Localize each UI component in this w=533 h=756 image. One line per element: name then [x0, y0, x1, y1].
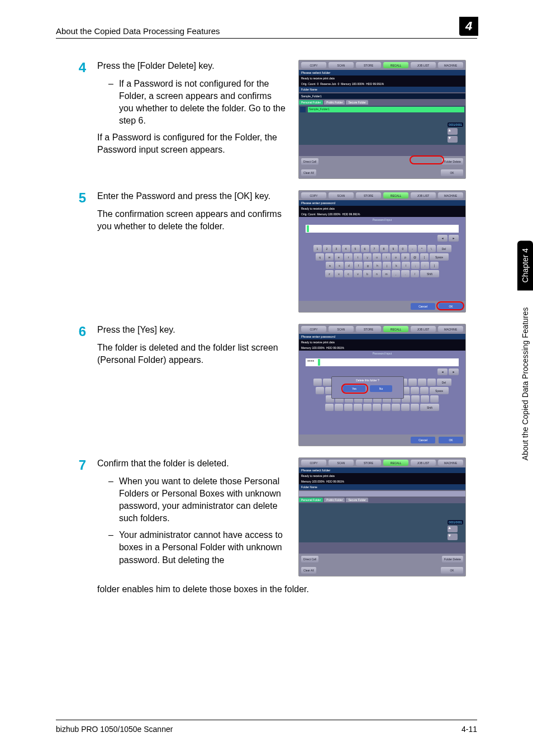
clear-all-button[interactable]: Clear All: [301, 567, 316, 574]
highlight-yes: [341, 384, 368, 394]
kb-key[interactable]: j: [383, 262, 391, 269]
password-field[interactable]: ****: [306, 358, 459, 366]
direct-call-button[interactable]: Direct Call: [301, 556, 318, 563]
cancel-button[interactable]: Cancel: [411, 303, 435, 310]
ok-button[interactable]: OK: [441, 169, 463, 176]
kb-key[interactable]: l: [402, 262, 410, 269]
secure-folder-tab[interactable]: Secure Folder: [346, 100, 368, 105]
kb-key[interactable]: ;: [411, 262, 420, 269]
kb-key[interactable]: s: [335, 262, 344, 269]
footer-page: 4-11: [461, 725, 477, 734]
kb-key[interactable]: n: [373, 270, 381, 277]
public-folder-tab[interactable]: Public Folder: [324, 498, 345, 502]
kb-key[interactable]: ]: [430, 262, 439, 269]
kb-key[interactable]: -: [408, 245, 417, 252]
ready-text: Ready to receive print data: [301, 77, 335, 80]
secure-folder-tab[interactable]: Secure Folder: [346, 498, 368, 502]
kb-key[interactable]: ^: [418, 245, 426, 252]
footer-product: bizhub PRO 1050/1050e Scanner: [56, 725, 173, 734]
direct-call-button[interactable]: Direct Call: [301, 158, 318, 165]
kb-shift[interactable]: Shift: [420, 270, 439, 277]
kb-key[interactable]: :: [421, 262, 429, 269]
scroll-up-button[interactable]: ▲: [448, 128, 458, 135]
header-title: About the Copied Data Processing Feature…: [56, 26, 220, 36]
public-folder-tab[interactable]: Public Folder: [324, 100, 345, 105]
kb-key[interactable]: q: [316, 253, 324, 261]
kb-key[interactable]: t: [354, 253, 362, 261]
cursor-left-button[interactable]: ◄: [437, 368, 448, 375]
kb-key[interactable]: z: [325, 270, 334, 277]
no-button[interactable]: No: [370, 385, 392, 392]
step6-tail: The folder is deleted and the folder lis…: [97, 342, 287, 366]
kb-key[interactable]: v: [354, 270, 362, 277]
step-number: 7: [56, 457, 89, 577]
step-number: 5: [56, 190, 89, 313]
folder-list-item[interactable]: Sample_Folder1: [308, 107, 464, 112]
tab-scan[interactable]: SCAN: [329, 62, 354, 68]
kb-key[interactable]: 3: [332, 245, 341, 252]
highlight-ok: [436, 301, 464, 310]
cursor-right-button[interactable]: ►: [449, 368, 459, 375]
tab-store[interactable]: STORE: [356, 62, 381, 68]
ok-button[interactable]: OK: [441, 567, 463, 574]
kb-key[interactable]: .: [401, 270, 410, 277]
folder-delete-button[interactable]: Folder Delete: [442, 556, 463, 563]
folder-delete-button[interactable]: Folder Delete: [442, 158, 463, 165]
kb-key[interactable]: @: [411, 253, 419, 261]
personal-folder-tab[interactable]: Personal Folder: [299, 100, 323, 105]
kb-space[interactable]: Space: [430, 253, 449, 261]
kb-key[interactable]: 6: [361, 245, 369, 252]
kb-key[interactable]: /: [411, 270, 419, 277]
kb-key[interactable]: 1: [313, 245, 322, 252]
kb-key[interactable]: \: [427, 245, 436, 252]
kb-key[interactable]: 7: [370, 245, 379, 252]
screen-title: Please select folder: [299, 70, 465, 75]
kb-key[interactable]: w: [325, 253, 334, 261]
tab-joblist[interactable]: JOB LIST: [411, 62, 436, 68]
cursor-left-button[interactable]: ◄: [437, 235, 448, 242]
step-number: 4: [56, 60, 89, 179]
tab-recall[interactable]: RECALL: [383, 62, 408, 68]
password-field[interactable]: [306, 225, 459, 233]
kb-key[interactable]: 2: [323, 245, 331, 252]
scroll-down-button[interactable]: ▼: [448, 136, 458, 143]
kb-key[interactable]: m: [382, 270, 391, 277]
kb-key[interactable]: [: [420, 253, 429, 261]
scroll-up-button[interactable]: ▲: [448, 526, 458, 532]
kb-key[interactable]: r: [344, 253, 353, 261]
kb-key[interactable]: g: [364, 262, 372, 269]
ok-button[interactable]: OK: [439, 437, 463, 443]
kb-key[interactable]: e: [335, 253, 343, 261]
cursor-right-button[interactable]: ►: [449, 235, 459, 242]
kb-key[interactable]: y: [363, 253, 372, 261]
kb-key[interactable]: 4: [342, 245, 350, 252]
kb-key[interactable]: 5: [351, 245, 360, 252]
step-number: 6: [56, 324, 89, 446]
kb-key[interactable]: i: [382, 253, 391, 261]
kb-key[interactable]: 0: [399, 245, 407, 252]
kb-key[interactable]: o: [392, 253, 400, 261]
confirm-dialog: Delete this folder ? Yes No: [331, 376, 404, 399]
kb-key[interactable]: ,: [392, 270, 400, 277]
step5-main: Enter the Password and press the [OK] ke…: [97, 190, 287, 202]
kb-key[interactable]: p: [401, 253, 410, 261]
kb-key[interactable]: k: [392, 262, 401, 269]
kb-key[interactable]: a: [326, 262, 334, 269]
tab-copy[interactable]: COPY: [301, 62, 326, 68]
personal-folder-tab[interactable]: Personal Folder: [299, 498, 323, 502]
kb-key[interactable]: c: [344, 270, 353, 277]
kb-key[interactable]: h: [373, 262, 382, 269]
cancel-button[interactable]: Cancel: [411, 437, 435, 443]
clear-all-button[interactable]: Clear All: [301, 169, 316, 176]
kb-key[interactable]: 8: [380, 245, 388, 252]
scroll-down-button[interactable]: ▼: [448, 533, 458, 540]
kb-del[interactable]: Del: [437, 245, 451, 252]
kb-key[interactable]: 9: [389, 245, 398, 252]
kb-key[interactable]: u: [373, 253, 381, 261]
kb-key[interactable]: b: [363, 270, 372, 277]
kb-key[interactable]: x: [335, 270, 343, 277]
kb-key[interactable]: f: [354, 262, 363, 269]
tab-machine[interactable]: MACHINE: [438, 62, 463, 68]
kb-key[interactable]: d: [345, 262, 353, 269]
folder-name-value: Sample_Folder1: [301, 94, 322, 98]
